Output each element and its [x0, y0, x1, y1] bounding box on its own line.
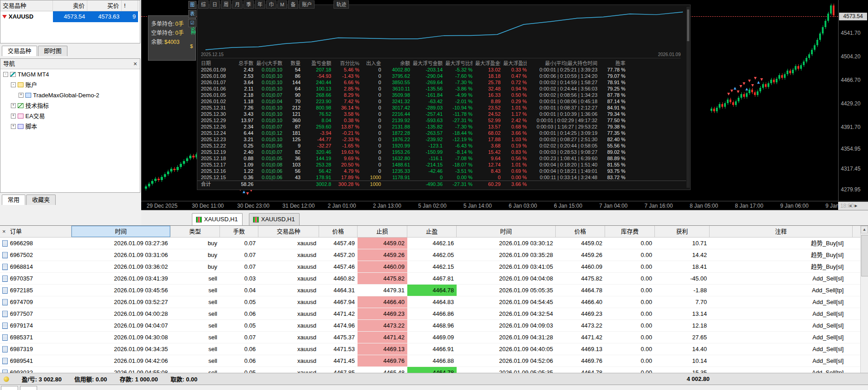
toolbar-button-5[interactable]: 年	[255, 0, 265, 9]
order-id-cell: 6985371	[0, 332, 72, 343]
toolbar-button-8[interactable]: 备	[288, 0, 298, 9]
table-row[interactable]: 69853712026.01.09 04:30:08sell0.07xauusd…	[0, 332, 868, 343]
mw-header-cell[interactable]: 交易品种	[0, 0, 53, 11]
tab-market-watch-1[interactable]: 即时图	[38, 46, 67, 56]
table-row[interactable]: 69895412026.01.09 04:42:06sell0.06xauusd…	[0, 355, 868, 367]
sidebar-item-ea[interactable]: +EA交易	[0, 111, 140, 121]
overlay-scrollbar[interactable]	[687, 7, 690, 188]
toolbar-button-9[interactable]: 账户	[299, 0, 315, 9]
close-price-cell: 4473.22	[556, 320, 605, 331]
tab-common-1[interactable]: 收藏夹	[26, 195, 56, 205]
stats-cell: -0.21 %	[334, 130, 359, 136]
stats-cell: -18.07 %	[445, 162, 472, 168]
order-doc-icon	[2, 311, 8, 317]
time-axis[interactable]: ◄ ► 29 Dec 202530 Dec 11:0030 Dec 23:003…	[141, 201, 868, 210]
terminal-tab-stub[interactable]	[20, 386, 37, 390]
toolbar-button-7[interactable]: M	[277, 0, 287, 9]
side-button-2[interactable]: ☑	[188, 19, 196, 27]
mw-header-cell[interactable]: 买价	[87, 0, 122, 11]
stats-cell: 0	[362, 105, 381, 111]
terminal-tab-stub[interactable]	[1, 386, 18, 390]
orders-header-2[interactable]: 类型	[171, 226, 220, 237]
toolbar-button-2[interactable]: 周	[221, 0, 231, 9]
stats-cell: 0.50 %	[503, 92, 527, 98]
ea-vertical-label: 9种	[189, 27, 196, 35]
chart-tab-0[interactable]: XAUUSD,H1	[192, 213, 243, 225]
expand-toggle[interactable]: +	[11, 103, 16, 108]
sidebar-item-script[interactable]: +脚本	[0, 121, 140, 132]
toolbar-button-1[interactable]: 日	[210, 0, 220, 9]
stats-cell	[529, 181, 597, 187]
table-row[interactable]: 69675022026.01.09 03:31:06buy0.07xauusd4…	[0, 249, 868, 261]
expand-toggle[interactable]: +	[11, 114, 16, 119]
orders-scrollbar[interactable]: ▲	[860, 226, 868, 373]
tab-market-watch-0[interactable]: 交易品种	[2, 46, 37, 56]
orders-header-6[interactable]: 止损	[358, 226, 407, 237]
toolbar-button-10[interactable]: 轨迹	[334, 0, 349, 9]
lots-cell: 0.07	[220, 249, 258, 261]
close-time-cell: 2026.01.09 04:32:54	[457, 308, 556, 319]
chart-tab-1[interactable]: XAUUSD,H1	[249, 213, 300, 225]
toolbar-button-6[interactable]: 巾	[266, 0, 277, 9]
expand-toggle[interactable]: -	[3, 72, 8, 77]
market-watch-row[interactable]: XAUUSD 4573.54 4573.63 9	[0, 11, 140, 22]
chart-panel[interactable]: 综日周月季年巾M备账户轨迹 图表☑ 9种 $ 多单持仓:0手空单持仓:0手余额:…	[141, 0, 868, 225]
stats-cell: 0	[362, 79, 381, 86]
mw-header-cell[interactable]: !	[122, 0, 138, 11]
table-row[interactable]: 69775072026.01.09 04:00:28sell0.06xauusd…	[0, 308, 868, 320]
orders-header-1[interactable]: 时间	[72, 226, 171, 237]
chart-icon	[10, 72, 16, 77]
side-button-0[interactable]: 图	[188, 1, 196, 9]
stats-cell: 13.87 %	[334, 124, 359, 130]
table-row[interactable]: 69747092026.01.09 03:52:27sell0.05xauusd…	[0, 296, 868, 308]
toolbar-button-3[interactable]: 月	[232, 0, 243, 9]
sidebar-item-account[interactable]: +TradeMaxGlobal-Demo-2	[0, 90, 140, 100]
stats-cell: 0	[475, 174, 501, 181]
orders-header-4[interactable]: 交易品种	[258, 226, 319, 237]
sidebar-item-folder[interactable]: -账户	[0, 80, 140, 90]
orders-header-11[interactable]: 获利	[655, 226, 710, 237]
table-row[interactable]: 69703572026.01.09 03:41:39sell0.03xauusd…	[0, 273, 868, 285]
tab-common-0[interactable]: 常用	[2, 195, 25, 205]
navigator-close-button[interactable]: ×	[134, 59, 137, 69]
table-row[interactable]: 69688142026.01.09 03:36:02buy0.07xauusd4…	[0, 261, 868, 273]
stats-cell: 103	[285, 162, 300, 168]
orders-header-12[interactable]: 注释	[710, 226, 853, 237]
time-tick: 31 Dec 12:00	[282, 203, 315, 209]
order-id: 6972185	[10, 285, 33, 296]
orders-header-0[interactable]: 订单×	[0, 226, 72, 237]
stats-cell: -27.31 %	[445, 117, 472, 124]
scroll-up-arrow[interactable]: ▲	[861, 226, 868, 233]
type-cell: sell	[171, 320, 220, 331]
stats-cell: 93.75 %	[600, 168, 625, 174]
table-row[interactable]: 69662982026.01.09 03:27:36buy0.07xauusd4…	[0, 238, 868, 249]
account-icon	[25, 93, 31, 98]
table-row[interactable]: 69873192026.01.09 04:34:35sell0.06xauusd…	[0, 343, 868, 355]
expand-toggle[interactable]: -	[11, 82, 16, 87]
orders-header-10[interactable]: 库存费	[605, 226, 655, 237]
orders-header-3[interactable]: 手数	[220, 226, 258, 237]
sidebar-item-indicator[interactable]: +技术指标	[0, 100, 140, 111]
sidebar-item-chart[interactable]: -TMGM MT4	[0, 69, 140, 80]
orders-header-8[interactable]: 时间	[457, 226, 556, 237]
mw-header-cell[interactable]: 卖价	[53, 0, 87, 11]
stats-cell: 54	[285, 67, 300, 73]
stats-cell: -7.30 %	[445, 79, 472, 86]
comment-cell: Add_Sell[sl]	[710, 320, 853, 331]
side-button-1[interactable]: 表	[188, 10, 196, 18]
scroll-thumb[interactable]	[861, 235, 868, 276]
toolbar-button-4[interactable]: 季	[243, 0, 254, 9]
expand-toggle[interactable]: +	[11, 124, 16, 129]
table-row[interactable]: 69791742026.01.09 04:04:07sell0.05xauusd…	[0, 320, 868, 332]
terminal-close-button[interactable]: ×	[2, 226, 6, 237]
toolbar-button-0[interactable]: 综	[198, 0, 209, 9]
stats-cell: 240.44	[303, 79, 331, 86]
orders-header-5[interactable]: 价格	[319, 226, 358, 237]
price-axis[interactable]: 4573.54 4541.704504.204466.704429.204391…	[838, 0, 868, 201]
orders-header-9[interactable]: 价格	[556, 226, 605, 237]
orders-header-7[interactable]: 止盈	[407, 226, 457, 237]
sell-arrow-icon	[743, 82, 745, 85]
expand-toggle[interactable]: +	[19, 93, 24, 98]
table-row[interactable]: 69721852026.01.09 03:45:56sell0.04xauusd…	[0, 285, 868, 296]
close-price-cell: 4460.09	[556, 261, 605, 272]
